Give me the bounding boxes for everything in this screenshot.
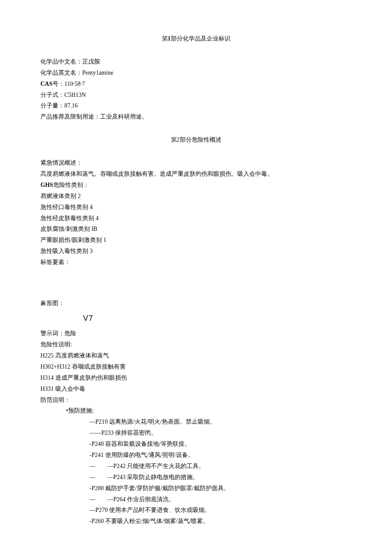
pictogram-label: 象形图： (40, 298, 352, 309)
section2-title-num: 2 (177, 137, 180, 143)
prevention-5: — —P243 采取防止静电放电的措施。 (40, 472, 352, 483)
en-name-label: 化学品英文名： (40, 70, 82, 76)
section1-title-prefix: 第 (162, 35, 168, 42)
prevention-1: ——P233 保持容器密闭。 (40, 427, 352, 439)
cas-value: 110·58·7 (64, 81, 85, 87)
prevention-8: —P270 使用本产品时不要进食、饮水或吸烟。 (40, 505, 352, 516)
hazard-label: 危险性说明: (40, 339, 352, 350)
section2-title-suffix: 部分危险性概述 (180, 137, 222, 143)
mw-value: 87.16 (64, 102, 78, 109)
prevention-header: •预防措施: (40, 405, 352, 416)
signal-label: 警示词： (40, 330, 64, 337)
hazard-1: H302+H312 吞咽或皮肤接触有害 (40, 361, 352, 372)
cn-name-line: 化学品中文名：正戊胺 (40, 56, 352, 67)
prevention-0: —P210 远离热源/火花/明火/热表面。禁止吸烟。 (40, 416, 352, 427)
prevention-9: -P260 不要吸入粉尘/烟/气体/烟雾/蒸气/喷雾。 (40, 516, 352, 527)
formula-value: C5H13N (64, 92, 86, 98)
precaution-label: 防范说明： (40, 395, 352, 406)
document-page: 第1部分化学品及企业标识 化学品中文名：正戊胺 化学品英文名：Penty1ami… (0, 0, 392, 555)
emergency-label: 紧急情况概述： (40, 157, 352, 169)
signal-line: 警示词：危险 (40, 328, 352, 339)
use-line: 产品推荐及限制用途：工业及科研用途。 (40, 111, 352, 122)
ghs-cat-3: 皮肤腐蚀/刺激类别 IB (40, 224, 352, 235)
signal-value: 危险 (64, 330, 76, 337)
ghs-label2: 危险性类别： (53, 182, 89, 188)
use-label: 产品推荐及限制用途： (40, 113, 100, 120)
hazard-0: H225 高度易燃液体和蒸气 (40, 350, 352, 361)
cn-name-label: 化学品中文名： (40, 58, 82, 65)
cas-label2: 号： (52, 81, 64, 87)
prevention-6: -P280 戴防护手套/穿防护服/戴防护眼罩/戴防护面具。 (40, 483, 352, 494)
section1-title: 第1部分化学品及企业标识 (40, 33, 352, 44)
section1-title-suffix: 部分化学品及企业标识 (171, 35, 231, 42)
ghs-cat-2: 急性经皮肤毒性类别 4 (40, 213, 352, 224)
section1-title-num: 1 (168, 35, 171, 42)
prevention-4: — —P242 只能使用不产生火花的工具。 (40, 461, 352, 472)
pictogram-gap (40, 268, 352, 298)
hazard-3: H331 吸入会中毒 (40, 384, 352, 395)
cas-line: CAS号：110·58·7 (40, 78, 352, 90)
pictogram-placeholder: V7 (83, 311, 352, 325)
formula-label: 分子式： (40, 92, 64, 98)
ghs-cat-5: 急性吸入毒性类别 3 (40, 246, 352, 257)
en-name-line: 化学品英文名：Penty1amine (40, 67, 352, 78)
emergency-text: 高度易燃液体和蒸气。吞咽或皮肤接触有害。造成严重皮肤灼伤和眼损伤。吸入会中毒。 (40, 169, 352, 180)
prevention-2: -P240 容器和装载设备接地/等势联接。 (40, 439, 352, 450)
mw-label: 分子量： (40, 102, 64, 109)
ghs-label: GHS (40, 182, 53, 188)
ghs-label-line: GHS危险性类别： (40, 180, 352, 191)
ghs-cat-0: 易燃液体类别 2 (40, 191, 352, 202)
prevention-3: -P241 使用防爆的电气/通风/照明/设备。 (40, 450, 352, 461)
cas-label: CAS (40, 81, 52, 87)
hazard-2: H314 造成严重皮肤灼伤和眼损伤 (40, 372, 352, 384)
formula-line: 分子式：C5H13N (40, 90, 352, 101)
cn-name-value: 正戊胺 (82, 58, 100, 65)
prevention-7: — —P264 作业后彻底清洗。 (40, 494, 352, 505)
mw-line: 分子量：87.16 (40, 100, 352, 111)
en-name-value: Penty1amine (82, 70, 113, 76)
section2-title-prefix: 第 (171, 137, 177, 143)
ghs-cat-4: 严重眼损伤/眼刺激类别 1 (40, 235, 352, 246)
label-elements: 标签要素： (40, 257, 352, 268)
ghs-cat-1: 急性经口毒性类别 4 (40, 202, 352, 213)
section2-title: 第2部分危险性概述 (40, 134, 352, 145)
use-value: 工业及科研用途。 (100, 113, 148, 120)
